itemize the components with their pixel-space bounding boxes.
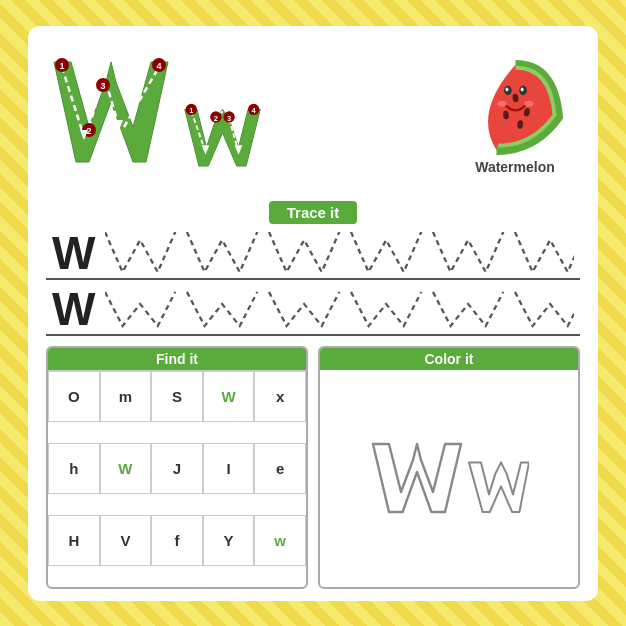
trace-section: Trace it W W <box>46 201 580 336</box>
small-w-display: 1 2 3 4 <box>180 88 265 178</box>
svg-text:3: 3 <box>227 114 231 123</box>
find-label: Find it <box>48 348 306 370</box>
trace-label: Trace it <box>269 201 358 224</box>
find-it-box: Find it O m S W x h W J I e H V <box>46 346 308 589</box>
grid-cell: H <box>48 515 100 567</box>
grid-cell-highlight: W <box>100 443 152 495</box>
svg-text:3: 3 <box>100 81 105 91</box>
svg-text:4: 4 <box>156 61 161 71</box>
color-it-box: Color it <box>318 346 580 589</box>
svg-text:2: 2 <box>214 114 218 123</box>
svg-text:1: 1 <box>59 61 64 71</box>
trace-row-small: W <box>46 284 580 336</box>
trace-dashed-big[interactable] <box>105 228 574 278</box>
grid-cell: O <box>48 371 100 423</box>
svg-text:1: 1 <box>189 106 193 115</box>
svg-point-36 <box>497 100 507 106</box>
grid-cell: x <box>254 371 306 423</box>
trace-small-w-letter: W <box>52 286 95 332</box>
grid-cell: e <box>254 443 306 495</box>
grid-cell: f <box>151 515 203 567</box>
grid-cell: J <box>151 443 203 495</box>
grid-cell: h <box>48 443 100 495</box>
trace-dashed-small[interactable] <box>105 284 574 334</box>
grid-cell-highlight: W <box>203 371 255 423</box>
letters-display: 1 2 3 4 <box>46 52 450 182</box>
svg-point-34 <box>505 87 508 91</box>
outer-background: 1 2 3 4 <box>0 0 626 626</box>
find-it-grid: O m S W x h W J I e H V f Y w <box>48 370 306 587</box>
watermelon-box: Watermelon <box>450 60 580 175</box>
grid-cell: m <box>100 371 152 423</box>
grid-cell-highlight: w <box>254 515 306 567</box>
grid-cell: S <box>151 371 203 423</box>
worksheet-card: 1 2 3 4 <box>28 26 598 601</box>
watermelon-label: Watermelon <box>475 159 555 175</box>
color-label: Color it <box>320 348 578 370</box>
grid-cell: I <box>203 443 255 495</box>
trace-big-W-letter: W <box>52 230 95 276</box>
top-section: 1 2 3 4 <box>46 40 580 195</box>
grid-cell: V <box>100 515 152 567</box>
trace-row-big: W <box>46 228 580 280</box>
big-W-display: 1 2 3 4 <box>46 52 176 182</box>
svg-point-37 <box>524 100 534 106</box>
svg-point-35 <box>520 87 523 91</box>
bottom-section: Find it O m S W x h W J I e H V <box>46 346 580 589</box>
color-it-content[interactable] <box>320 370 578 587</box>
grid-cell: Y <box>203 515 255 567</box>
